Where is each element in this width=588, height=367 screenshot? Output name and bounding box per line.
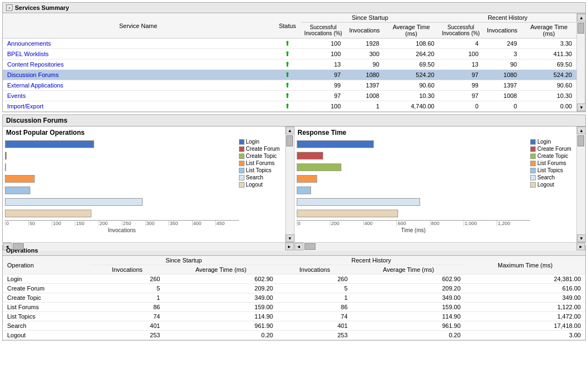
legend-label: Create Topic bbox=[246, 153, 277, 159]
legend-item: List Forums bbox=[530, 160, 574, 166]
left-bars: 050100150200250300350400450 Invocations bbox=[5, 138, 239, 233]
rh_inv-cell: 1 bbox=[277, 293, 352, 303]
ss_succ-cell: 97 bbox=[301, 91, 345, 101]
th-service-name: Service Name bbox=[3, 13, 274, 39]
services-table: Service Name Status Since Startup Recent… bbox=[3, 13, 576, 112]
rh_avg-cell: 602.90 bbox=[352, 275, 465, 284]
legend-color-box bbox=[530, 168, 536, 173]
legend-color-box bbox=[239, 146, 244, 152]
legend-item: Create Topic bbox=[239, 153, 283, 159]
service-name-cell: Import/Export bbox=[3, 101, 274, 112]
up-arrow-icon: ⬆ bbox=[285, 102, 290, 110]
bar bbox=[5, 210, 91, 217]
rh_avg-cell: 10.30 bbox=[521, 91, 576, 101]
right-scroll-down[interactable]: ▼ bbox=[577, 234, 586, 242]
rh_inv-cell: 249 bbox=[483, 39, 521, 49]
ss_succ-cell: 99 bbox=[301, 80, 345, 91]
op-name-cell: Search bbox=[3, 321, 90, 331]
legend-color-box bbox=[530, 175, 536, 180]
left-scroll-right[interactable]: ► bbox=[285, 243, 294, 250]
services-scrollbar[interactable]: ▲ ▼ bbox=[576, 13, 585, 112]
x-tick-label: 450 bbox=[215, 221, 238, 226]
ss_avg-cell: 524.20 bbox=[384, 70, 439, 80]
th-recent-history: Recent History bbox=[439, 13, 576, 23]
legend-label: Logout bbox=[246, 182, 263, 188]
max-cell: 24,381.00 bbox=[465, 275, 585, 284]
ss_avg-cell: 108.60 bbox=[384, 39, 439, 49]
legend-color-box bbox=[239, 139, 244, 145]
left-vertical-scroll[interactable]: ▲ ▼ bbox=[285, 127, 294, 242]
x-tick-label: 200 bbox=[99, 221, 122, 226]
x-tick-label: 400 bbox=[192, 221, 215, 226]
x-tick-label: 300 bbox=[145, 221, 168, 226]
service-link[interactable]: Announcements bbox=[7, 40, 51, 47]
service-link[interactable]: Events bbox=[7, 92, 26, 99]
rh_avg-cell: 0.20 bbox=[352, 331, 465, 340]
services-summary-title: Services Summary bbox=[15, 4, 69, 11]
legend-color-box bbox=[239, 182, 244, 188]
bar bbox=[5, 140, 94, 148]
discussion-forums-title: Discussion Forums bbox=[6, 117, 67, 124]
left-scroll-down[interactable]: ▼ bbox=[286, 234, 295, 242]
right-horizontal-scroll[interactable]: ◄ ► bbox=[295, 242, 586, 251]
ss_succ-cell: 100 bbox=[301, 101, 345, 112]
rh_succ-cell: 97 bbox=[439, 70, 483, 80]
table-row: External Applications⬆99139790.609913979… bbox=[3, 80, 576, 91]
right-scroll-up[interactable]: ▲ bbox=[577, 127, 586, 134]
legend-item: Search bbox=[530, 174, 574, 180]
discussion-forums-panel: Discussion Forums Most Popular Operation… bbox=[2, 114, 586, 243]
table-row: Create Forum5209.205209.20616.00 bbox=[3, 284, 585, 293]
ss_succ-cell: 100 bbox=[301, 39, 345, 49]
legend-label: Login bbox=[246, 139, 259, 145]
ss_inv-cell: 1008 bbox=[345, 91, 384, 101]
max-cell: 3.00 bbox=[465, 331, 585, 340]
right-axis-label: Time (ms) bbox=[297, 227, 531, 233]
ss_inv-cell: 260 bbox=[90, 275, 164, 284]
rh_avg-cell: 411.30 bbox=[521, 49, 576, 59]
service-link[interactable]: External Applications bbox=[7, 82, 63, 89]
rh_avg-cell: 0.00 bbox=[521, 101, 576, 112]
right-scroll-right[interactable]: ► bbox=[576, 243, 585, 250]
service-link[interactable]: Import/Export bbox=[7, 103, 43, 109]
services-summary-header: - Services Summary bbox=[3, 3, 585, 13]
rh_inv-cell: 5 bbox=[277, 284, 352, 293]
x-tick-label: 250 bbox=[122, 221, 145, 226]
right-scroll-left[interactable]: ◄ bbox=[295, 243, 303, 250]
x-tick-label: 100 bbox=[52, 221, 75, 226]
op-name-cell: List Forums bbox=[3, 303, 90, 312]
legend-color-box bbox=[530, 139, 536, 145]
bar-row bbox=[5, 209, 239, 218]
x-tick-label: 800 bbox=[430, 221, 464, 226]
th-ops-since-startup: Since Startup bbox=[90, 256, 277, 265]
left-horizontal-scroll[interactable]: ◄ ► bbox=[3, 242, 294, 251]
th-ops-ss-avg: Average Time (ms) bbox=[165, 265, 277, 275]
bar bbox=[5, 198, 143, 206]
legend-item: Create Forum bbox=[530, 146, 574, 152]
th-since-startup: Since Startup bbox=[301, 13, 439, 23]
operations-table: Operation Since Startup Recent History M… bbox=[3, 256, 585, 340]
bar bbox=[297, 187, 312, 194]
service-link[interactable]: Content Repositories bbox=[7, 61, 64, 68]
x-tick-label: 200 bbox=[330, 221, 363, 226]
response-time-chart: Response Time 02004006008001,0001,200 Ti… bbox=[295, 127, 586, 242]
x-tick-label: 0 bbox=[297, 221, 330, 226]
scroll-down-arrow[interactable]: ▼ bbox=[577, 103, 586, 111]
legend-item: List Topics bbox=[239, 167, 283, 173]
ss_inv-cell: 86 bbox=[90, 303, 164, 312]
service-name-cell: Announcements bbox=[3, 39, 274, 49]
service-link[interactable]: BPEL Worklists bbox=[7, 51, 48, 57]
up-arrow-icon: ⬆ bbox=[285, 81, 290, 89]
scroll-thumb[interactable] bbox=[578, 23, 584, 34]
th-ops-ss-inv: Invocations bbox=[90, 265, 164, 275]
right-vertical-scroll[interactable]: ▲ ▼ bbox=[576, 127, 585, 242]
th-max-time: Maximum Time (ms) bbox=[465, 256, 585, 275]
collapse-icon[interactable]: - bbox=[6, 4, 13, 11]
scroll-up-arrow[interactable]: ▲ bbox=[577, 14, 586, 21]
left-scroll-up[interactable]: ▲ bbox=[286, 127, 295, 134]
ss_avg-cell: 69.50 bbox=[384, 59, 439, 70]
left-chart-title: Most Popular Operations bbox=[3, 127, 285, 138]
service-link[interactable]: Discussion Forums bbox=[7, 72, 59, 78]
status-cell: ⬆ bbox=[274, 101, 301, 112]
x-tick-label: 400 bbox=[363, 221, 397, 226]
legend-label: List Topics bbox=[537, 167, 563, 173]
